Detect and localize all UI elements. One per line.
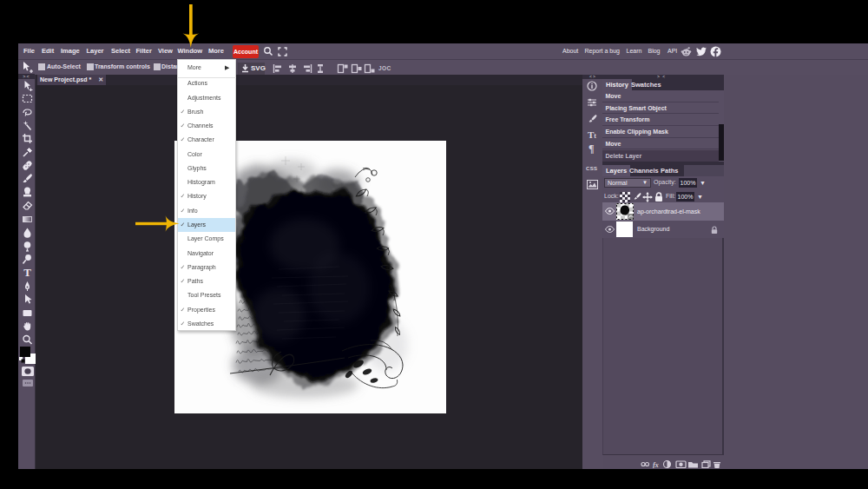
svg-text:T: T <box>23 267 31 278</box>
svg-text:fx: fx <box>653 461 659 469</box>
